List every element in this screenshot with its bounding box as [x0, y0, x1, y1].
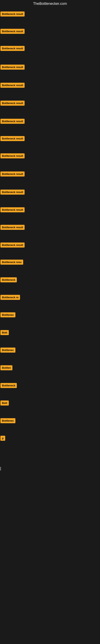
- bottleneck-card-3: Bottleneck result: [0, 46, 25, 52]
- bottleneck-label: Bottleneck result: [0, 12, 25, 16]
- bottleneck-card-15: Bottleneck resu: [0, 260, 23, 266]
- bottleneck-card-22: Bottleneck: [0, 383, 17, 389]
- bottleneck-card-2: Bottleneck result: [0, 29, 25, 34]
- bottleneck-card-16: Bottleneck: [0, 277, 17, 283]
- bottleneck-label: Bottleneck result: [0, 172, 25, 176]
- bottleneck-label: Bottleneck result: [0, 207, 25, 212]
- bottleneck-card-7: Bottleneck result: [0, 119, 25, 124]
- bottleneck-label: p: [0, 436, 5, 441]
- bottleneck-card-23: Bott: [0, 400, 9, 406]
- bottleneck-label: Bottleneck result: [0, 225, 25, 230]
- bottleneck-label: Bottleneck result: [0, 46, 25, 51]
- bottleneck-card-9: Bottleneck result: [0, 153, 25, 159]
- bottleneck-label: Bottleneck result: [0, 100, 25, 106]
- bottleneck-label: Bottlenec: [0, 418, 15, 423]
- bottleneck-label: Bottleneck resu: [0, 260, 23, 265]
- bottleneck-label: Bottleneck result: [0, 242, 25, 248]
- bottleneck-label: Bottleneck result: [0, 64, 25, 70]
- bottleneck-card-8: Bottleneck result: [0, 136, 25, 142]
- bottleneck-label: Bottleneck result: [0, 190, 25, 194]
- bottleneck-card-11: Bottleneck result: [0, 190, 25, 196]
- bottleneck-label: Bottleneck re: [0, 295, 20, 300]
- bottleneck-card-1: Bottleneck result: [0, 12, 25, 17]
- bottleneck-card-5: Bottleneck result: [0, 83, 25, 88]
- bottleneck-card-6: Bottleneck result: [0, 100, 25, 106]
- bottleneck-card-4: Bottleneck result: [0, 64, 25, 70]
- bottleneck-label: Bottlenec: [0, 348, 15, 352]
- bottleneck-label: Bottleneck: [0, 383, 17, 388]
- bottleneck-card-25: p: [0, 436, 5, 442]
- bottleneck-label: Bottleneck result: [0, 136, 25, 141]
- bottleneck-label: Bottlen: [0, 365, 12, 370]
- site-title: TheBottlenecker.com: [0, 0, 100, 8]
- bottleneck-card-18: Bottlenec: [0, 312, 15, 318]
- bottleneck-label: Bottleneck result: [0, 29, 25, 34]
- bottleneck-label: Bottleneck result: [0, 119, 25, 124]
- bottleneck-label: Bott: [0, 330, 9, 335]
- bottleneck-label: Bottleneck: [0, 277, 17, 282]
- bottleneck-card-19: Bott: [0, 330, 9, 336]
- bottleneck-label: Bottleneck result: [0, 83, 25, 88]
- bottleneck-card-20: Bottlenec: [0, 348, 15, 354]
- bottleneck-label: Bott: [0, 400, 9, 406]
- cursor-line: [0, 467, 1, 470]
- bottleneck-label: Bottleneck result: [0, 153, 25, 158]
- bottleneck-card-14: Bottleneck result: [0, 242, 25, 248]
- bottleneck-card-13: Bottleneck result: [0, 225, 25, 231]
- bottleneck-card-12: Bottleneck result: [0, 207, 25, 213]
- bottleneck-card-17: Bottleneck re: [0, 295, 20, 301]
- bottleneck-label: Bottlenec: [0, 312, 15, 317]
- bottleneck-card-21: Bottlen: [0, 365, 12, 371]
- bottleneck-card-24: Bottlenec: [0, 418, 15, 424]
- bottleneck-card-10: Bottleneck result: [0, 172, 25, 177]
